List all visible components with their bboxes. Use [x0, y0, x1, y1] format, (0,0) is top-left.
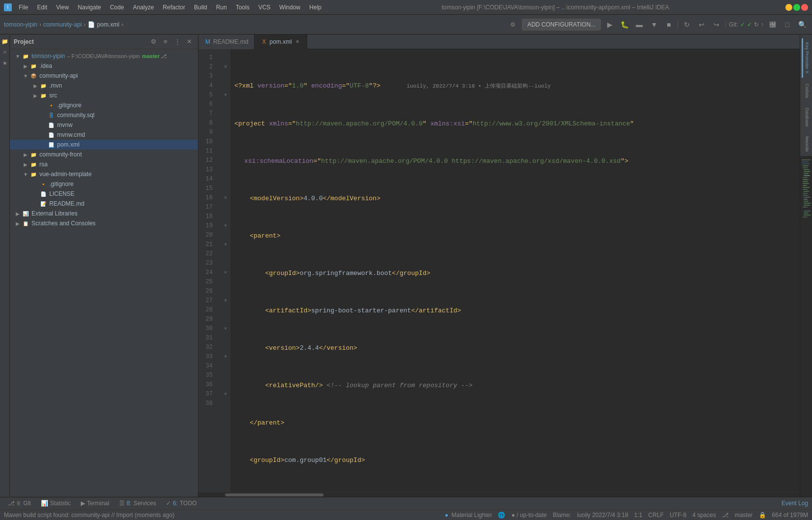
fold-21[interactable]: ▼ [224, 240, 227, 249]
code-content[interactable]: <?xml version="1.0" encoding="UTF-8"?> i… [230, 49, 800, 492]
menu-vcs[interactable]: VCS [255, 2, 275, 12]
more-run-icon[interactable]: ▼ [648, 19, 660, 31]
tree-rsa[interactable]: ▶ 📁 rsa [10, 159, 198, 169]
tree-mvn[interactable]: ▶ 📁 .mvn [10, 81, 198, 91]
tree-ext-libs[interactable]: ▶ 📊 External Libraries [10, 209, 198, 218]
fold-27[interactable]: ▼ [224, 296, 227, 306]
tree-community-sql[interactable]: ▶ 🗄 community.sql [10, 110, 198, 120]
maximize-button[interactable] [793, 4, 800, 11]
fold-24[interactable]: ▼ [224, 268, 227, 277]
git-arrow-up[interactable]: ↑ [761, 21, 764, 28]
gitignore2-name: .gitignore [49, 181, 73, 187]
fold-5[interactable]: ▼ [224, 91, 227, 100]
git-history[interactable]: ↻ [754, 21, 759, 28]
tree-root[interactable]: ▼ 📁 tomson-yipin – F:\CODE\JAVA\tomson-y… [10, 51, 198, 61]
gutter-34 [221, 362, 230, 371]
project-expand-icon[interactable]: ≡ [161, 37, 170, 47]
tab-readme[interactable]: M README.md [198, 34, 255, 49]
project-close-icon[interactable]: ✕ [184, 37, 194, 47]
front-name: community-front [39, 151, 82, 158]
fold-16[interactable]: ▼ [224, 193, 227, 203]
code-line-5: <parent> [234, 231, 796, 241]
project-gear-icon[interactable]: ⋮ [172, 37, 182, 47]
stop-button[interactable]: ■ [663, 19, 675, 31]
fold-30[interactable]: ▼ [224, 324, 227, 334]
tree-gitignore[interactable]: ▶ 🔸 .gitignore [10, 100, 198, 110]
tree-vue-admin[interactable]: ▼ 📁 vue-admin-template [10, 169, 198, 179]
structure-icon[interactable]: S [0, 47, 10, 57]
breadcrumb-file[interactable]: 📄 [88, 21, 95, 28]
tree-community-front[interactable]: ▶ 📁 community-front [10, 150, 198, 159]
redo-icon[interactable]: ↪ [711, 19, 722, 31]
menu-analyze[interactable]: Analyze [129, 2, 158, 12]
tree-community-api[interactable]: ▼ 📦 community-api [10, 71, 198, 81]
tree-scratches[interactable]: ▶ 📋 Scratches and Consoles [10, 218, 198, 228]
menu-refactor[interactable]: Refactor [159, 2, 189, 12]
project-settings-icon[interactable]: ⚙ [149, 37, 159, 47]
undo-icon[interactable]: ↩ [696, 19, 708, 31]
minimize-button[interactable] [785, 4, 792, 11]
menu-file[interactable]: File [15, 2, 32, 12]
svg-rect-9 [804, 175, 810, 176]
right-tab-key-promoter[interactable]: Key Promoter X [802, 38, 811, 78]
main-layout: 📁 S ★ Project ⚙ ≡ ⋮ ✕ ▼ 📁 tomson-yipin –… [0, 34, 812, 497]
event-log-link[interactable]: Event Log [781, 500, 808, 507]
scrollbar-thumb[interactable] [225, 493, 324, 496]
right-tab-codota[interactable]: Codota [802, 80, 811, 102]
menu-navigate[interactable]: Navigate [74, 2, 105, 12]
menu-help[interactable]: Help [305, 2, 325, 12]
fold-37[interactable]: ▼ [224, 390, 227, 399]
bottom-tab-git[interactable]: ⎇ 9: Git [4, 498, 35, 508]
idea-arrow: ▶ [22, 63, 30, 69]
bottom-tab-services[interactable]: ☰ 8: Services [115, 498, 160, 508]
menu-tools[interactable]: Tools [232, 2, 254, 12]
project-title: Project [14, 38, 34, 45]
gutter-37: ▼ [221, 390, 230, 399]
bottom-tab-terminal[interactable]: ▶ Terminal [77, 498, 113, 508]
translate-icon[interactable]: ￑ [767, 19, 779, 31]
update-button[interactable]: ↻ [681, 19, 693, 31]
coverage-button[interactable]: ▬ [633, 19, 645, 31]
right-tab-leecode[interactable]: leeocde [802, 132, 811, 156]
menu-code[interactable]: Code [106, 2, 128, 12]
breadcrumb-pomxml[interactable]: pom.xml [97, 21, 119, 28]
sql-name: community.sql [57, 112, 95, 119]
debug-button[interactable]: 🐛 [618, 19, 630, 31]
title-left: I File Edit View Navigate Code Analyze R… [4, 2, 325, 12]
tree-license[interactable]: ▶ 📄 LICENSE [10, 189, 198, 199]
run-button[interactable]: ▶ [604, 19, 616, 31]
breadcrumb-root[interactable]: tomson-yipin [4, 21, 37, 28]
menu-window[interactable]: Window [275, 2, 304, 12]
menu-edit[interactable]: Edit [33, 2, 51, 12]
close-button[interactable] [801, 4, 808, 11]
toolbar-settings-icon[interactable]: ⚙ [507, 19, 519, 31]
menu-build[interactable]: Build [190, 2, 211, 12]
tab-pom[interactable]: X pom.xml ✕ [255, 34, 307, 49]
tree-mvnw[interactable]: ▶ 📄 mvnw [10, 120, 198, 130]
add-configuration-button[interactable]: ADD CONFIGURATION... [522, 19, 601, 31]
menu-view[interactable]: View [52, 2, 73, 12]
tree-gitignore2[interactable]: ▶ 🔸 .gitignore [10, 179, 198, 189]
file-tree-panel: Project ⚙ ≡ ⋮ ✕ ▼ 📁 tomson-yipin – F:\CO… [10, 34, 198, 497]
favorites-icon[interactable]: ★ [0, 58, 10, 68]
menu-run[interactable]: Run [212, 2, 231, 12]
fold-2[interactable]: ▼ [224, 62, 227, 72]
tree-readme[interactable]: ▶ 📝 README.md [10, 199, 198, 209]
right-tab-database[interactable]: Database [802, 104, 811, 131]
tree-idea[interactable]: ▶ 📁 .idea [10, 61, 198, 71]
window-controls [785, 4, 808, 11]
toolbar-search-icon[interactable]: 🔍 [796, 19, 808, 31]
fold-19[interactable]: ▼ [224, 221, 227, 231]
breadcrumb-api[interactable]: community-api [43, 21, 82, 28]
pom-tab-close[interactable]: ✕ [294, 38, 301, 45]
tree-src[interactable]: ▶ 📁 src [10, 91, 198, 100]
expand-icon[interactable]: □ [781, 19, 793, 31]
fold-33[interactable]: ▼ [224, 352, 227, 362]
scratches-name: Scratches and Consoles [32, 220, 96, 227]
bottom-tab-todo[interactable]: ✓ 6: TODO [162, 498, 200, 508]
tree-mvnw-cmd[interactable]: ▶ 📄 mvnw.cmd [10, 130, 198, 140]
tree-pom-xml[interactable]: ▶ 📃 pom.xml [10, 140, 198, 150]
horizontal-scrollbar[interactable] [198, 492, 800, 497]
bottom-tab-statistic[interactable]: 📊 Statistic [37, 498, 75, 508]
project-view-icon[interactable]: 📁 [0, 36, 10, 46]
